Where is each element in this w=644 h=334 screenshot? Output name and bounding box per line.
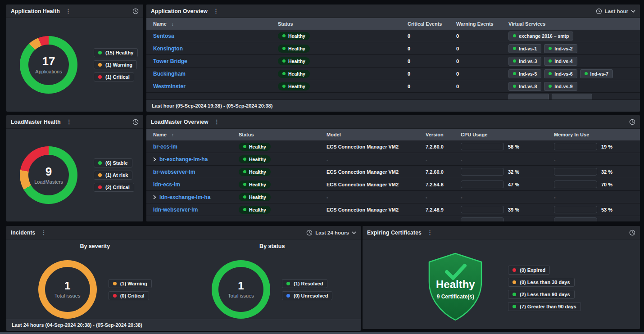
virtual-service-tag[interactable]: lnd-vs-1 [508, 44, 541, 53]
expand-chevron-icon[interactable] [153, 195, 156, 199]
kebab-menu-icon[interactable]: ⋮ [214, 119, 220, 125]
virtual-service-tag[interactable]: lnd-vs-6 [544, 69, 577, 78]
application-link[interactable]: Sentosa [153, 33, 174, 39]
column-header-virtual-services[interactable]: Virtual Services [508, 21, 640, 27]
time-window-text: Last hour (05-Sep-2024 19:38) - (05-Sep-… [152, 103, 272, 108]
loadmaster-link[interactable]: br-exchange-lm-ha [159, 156, 208, 162]
column-header-memory-in-use[interactable]: Memory In Use [554, 132, 640, 137]
column-header-critical-events[interactable]: Critical Events [408, 21, 456, 27]
loadmaster-health-panel: LoadMaster Health ⋮ 9 LoadMasters (6) St… [6, 115, 143, 221]
time-range-dropdown[interactable]: Last hour [596, 8, 635, 14]
column-header-cpu-usage[interactable]: CPU Usage [461, 132, 554, 137]
donut-center: 1 Total issues [45, 267, 90, 312]
time-range-dropdown[interactable]: Last 24 hours [306, 230, 356, 236]
legend-dot [113, 294, 117, 298]
sort-asc-icon: ↑ [172, 132, 174, 137]
memory-percent: 70 % [601, 182, 612, 187]
application-link[interactable]: Buckingham [153, 71, 186, 77]
legend-item-less-30-days[interactable]: (0) Less than 30 days [508, 278, 574, 287]
vs-label: lnd-vs-8 [519, 84, 537, 89]
legend-label: (1) Warning [120, 281, 147, 286]
memory-usage-bar: 19 % [554, 143, 640, 150]
kebab-menu-icon[interactable]: ⋮ [427, 230, 433, 235]
legend-label: (1) At risk [105, 172, 128, 178]
kebab-menu-icon[interactable]: ⋮ [65, 8, 71, 14]
loadmaster-link[interactable]: br-ecs-lm [153, 144, 177, 150]
loadmaster-link[interactable]: ldn-ecs-lm [153, 181, 180, 188]
virtual-service-tag[interactable]: lnd-vs-5 [508, 69, 541, 78]
memory-percent: 32 % [601, 169, 612, 175]
legend-item-critical[interactable]: (1) Critical [94, 72, 134, 81]
legend-item-expired[interactable]: (0) Expired [508, 266, 550, 275]
legend-item-at-risk[interactable]: (1) At risk [94, 171, 132, 180]
vs-status-dot [549, 72, 552, 75]
column-header-status[interactable]: Status [239, 132, 327, 137]
expand-chevron-icon[interactable] [153, 157, 156, 162]
model-cell: ECS Connection Manager VM2 [327, 169, 426, 175]
clock-icon[interactable] [132, 8, 139, 14]
panel-footer: Last 24 hours (04-Sep-2024 20:38) - (05-… [6, 319, 361, 331]
legend-dot [98, 161, 102, 165]
legend-item-warning[interactable]: (1) Warning [94, 60, 137, 69]
by-status-donut: 1 Total issues [212, 260, 270, 319]
column-header-model[interactable]: Model [327, 132, 426, 137]
kebab-menu-icon[interactable]: ⋮ [213, 8, 219, 14]
panel-header: Incidents ⋮ Last 24 hours [6, 226, 361, 239]
loadmaster-health-donut: 9 LoadMasters [20, 146, 77, 204]
panel-title: Application Overview [151, 8, 208, 14]
legend-item-critical[interactable]: (2) Critical [94, 183, 134, 192]
virtual-services-list: lnd-vs-5 lnd-vs-6 lnd-vs-7 [508, 69, 640, 78]
kebab-menu-icon[interactable]: ⋮ [41, 230, 46, 235]
virtual-service-tag[interactable]: lnd-vs-8 [508, 82, 541, 91]
legend-label: (6) Stable [105, 160, 128, 166]
panel-title: Incidents [11, 230, 35, 236]
legend: (1) Warning (0) Critical [109, 279, 152, 300]
cpu-usage-bar: 32 % [461, 168, 554, 176]
clock-icon[interactable] [629, 119, 635, 125]
column-header-version[interactable]: Version [426, 132, 461, 137]
table-footer: Last hour (05-Sep-2024 19:38) - (05-Sep-… [146, 99, 640, 112]
column-header-warning-events[interactable]: Warning Events [456, 21, 508, 27]
application-link[interactable]: Kensington [153, 45, 183, 52]
virtual-service-tag[interactable]: lnd-vs-7 [580, 69, 613, 78]
application-link[interactable]: Westminster [153, 83, 186, 90]
legend-item-warning[interactable]: (1) Warning [109, 279, 152, 288]
loadmaster-link[interactable]: br-webserver-lm [153, 169, 195, 175]
certificates-status: Healthy [422, 278, 489, 291]
virtual-services-list: lnd-vs-8 lnd-vs-9 [508, 82, 640, 91]
column-header-status[interactable]: Status [278, 21, 408, 27]
legend-item-critical[interactable]: (0) Critical [109, 291, 149, 300]
legend-label: (0) Expired [520, 267, 545, 273]
incidents-by-status: By status 1 Total issues (1) Resolved [184, 239, 361, 331]
virtual-service-tag[interactable]: lnd-vs-3 [508, 57, 541, 66]
horizontal-scrollbar[interactable] [0, 332, 644, 334]
virtual-service-tag[interactable]: lnd-vs-9 [544, 82, 577, 91]
vs-status-dot [513, 47, 516, 50]
loadmaster-link[interactable]: ldn-webserver-lm [153, 207, 198, 213]
partial-row [146, 93, 640, 99]
warning-events-count: 0 [456, 46, 508, 51]
sort-desc-icon: ↓ [172, 22, 174, 27]
status-dot [282, 85, 286, 88]
legend-item-less-90-days[interactable]: (2) Less than 90 days [508, 290, 574, 299]
loadmaster-link[interactable]: ldn-exchange-lm-ha [159, 194, 210, 200]
clock-icon[interactable] [629, 230, 635, 236]
status-badge: Healthy [239, 168, 271, 176]
status-dot [243, 145, 246, 148]
column-header-name[interactable]: Name↓ [146, 21, 278, 27]
clock-icon[interactable] [132, 119, 139, 125]
legend-item-unresolved[interactable]: (0) Unresolved [282, 291, 332, 300]
legend-item-stable[interactable]: (6) Stable [94, 158, 132, 167]
status-label: Healthy [288, 84, 305, 89]
column-header-name[interactable]: Name↑ [146, 132, 239, 137]
table-row: Westminster Healthy 0 0 lnd-vs-8 lnd-vs-… [146, 80, 640, 93]
kebab-menu-icon[interactable]: ⋮ [66, 119, 72, 125]
virtual-service-tag[interactable]: lnd-vs-4 [544, 57, 577, 66]
application-link[interactable]: Tower Bridge [153, 58, 187, 64]
status-dot [282, 34, 286, 37]
legend-item-healthy[interactable]: (15) Healthy [94, 48, 138, 57]
virtual-service-tag[interactable]: lnd-vs-2 [544, 44, 577, 53]
legend-item-resolved[interactable]: (1) Resolved [282, 279, 327, 288]
legend-item-greater-90-days[interactable]: (7) Greater than 90 days [508, 302, 581, 311]
virtual-service-tag[interactable]: exchange 2016 – smtp [508, 32, 573, 41]
